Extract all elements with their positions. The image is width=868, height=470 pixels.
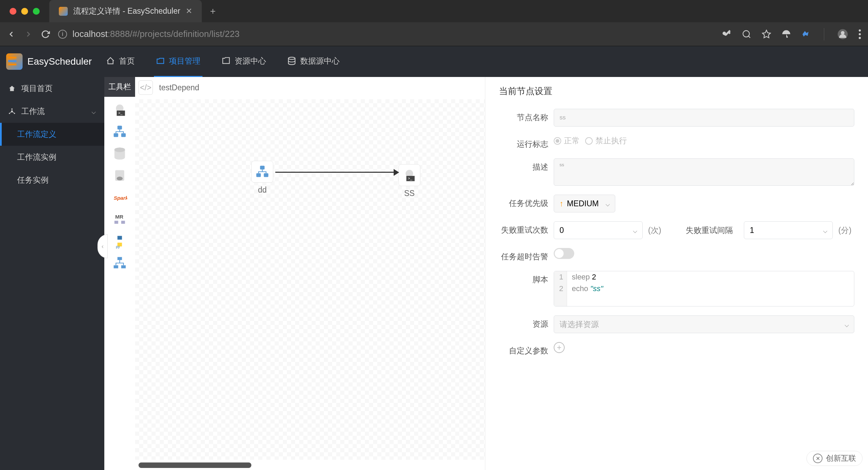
canvas-area: ‹ 工具栏 >_ Spark MR py </> testDepend dd	[104, 77, 485, 470]
svg-point-0	[743, 30, 750, 37]
svg-point-10	[11, 108, 13, 109]
svg-rect-26	[121, 221, 125, 224]
watermark-text: 创新互联	[826, 453, 856, 464]
browser-urlbar: i localhost:8888/#/projects/definition/l…	[0, 22, 868, 46]
zoom-icon[interactable]	[742, 29, 751, 39]
brand-text: EasyScheduler	[27, 56, 92, 67]
sidebar-item-workflow-inst[interactable]: 工作流实例	[0, 146, 104, 169]
svg-text:py: py	[116, 245, 120, 249]
tool-mr[interactable]: MR	[110, 210, 129, 229]
svg-rect-18	[121, 133, 126, 137]
divider	[824, 28, 824, 40]
tool-python[interactable]: py	[110, 232, 129, 251]
svg-rect-33	[264, 173, 268, 177]
label-retry-interval: 失败重试间隔	[686, 225, 738, 236]
arrow-up-icon: ↑	[560, 199, 564, 208]
back-button[interactable]	[7, 30, 16, 39]
priority-value: MEDIUM	[567, 199, 599, 208]
radio-run-forbid[interactable]: 禁止执行	[585, 135, 627, 146]
umbrella-icon[interactable]	[781, 29, 791, 39]
svg-point-20	[115, 147, 125, 152]
nav-datasource-label: 数据源中心	[300, 56, 340, 66]
svg-point-4	[841, 31, 845, 35]
label-timeout: 任务超时告警	[499, 248, 554, 262]
forward-button[interactable]	[24, 30, 33, 39]
nav-home[interactable]: 首页	[104, 46, 137, 77]
tool-shell[interactable]: >_	[110, 100, 129, 119]
horizontal-scrollbar[interactable]	[139, 462, 251, 468]
menu-icon[interactable]	[858, 29, 861, 39]
profile-icon[interactable]	[837, 29, 848, 40]
svg-rect-31	[260, 166, 264, 169]
sidebar-item-label: 工作流定义	[17, 129, 56, 140]
dag-node-ss[interactable]: >_ SS	[398, 164, 420, 198]
key-icon[interactable]	[721, 29, 732, 39]
url-text: localhost:8888/#/projects/definition/lis…	[73, 29, 240, 39]
sidebar-item-label: 工作流	[21, 106, 45, 117]
reload-button[interactable]	[41, 30, 50, 39]
tool-sql[interactable]	[110, 144, 129, 163]
nav-datasource[interactable]: 数据源中心	[285, 46, 342, 77]
sidebar-item-workflow[interactable]: 工作流 ⌵	[0, 100, 104, 123]
sidebar-item-workflow-def[interactable]: 工作流定义	[0, 123, 104, 146]
label-node-name: 节点名称	[499, 109, 554, 123]
dag-node-dd[interactable]: dd	[251, 161, 273, 195]
window-max-dot[interactable]	[33, 8, 40, 15]
sidebar-item-label: 工作流实例	[17, 152, 56, 162]
app-logo[interactable]: EasyScheduler	[6, 53, 104, 70]
tool-depend[interactable]	[110, 253, 129, 273]
timeout-toggle[interactable]	[554, 248, 574, 259]
site-info-icon[interactable]: i	[58, 30, 67, 39]
tool-subprocess[interactable]	[110, 122, 129, 141]
label-desc: 描述	[499, 158, 554, 172]
add-param-button[interactable]: +	[554, 342, 565, 353]
label-run-flag: 运行标志	[499, 135, 554, 149]
dag-edge[interactable]	[275, 172, 395, 173]
arrow-head-icon	[394, 169, 399, 176]
node-settings-panel: 当前节点设置 节点名称 运行标志 正常 禁止执行 描述 ss 任务优先级	[485, 77, 868, 470]
chevron-down-icon: ⌵	[91, 107, 96, 116]
star-icon[interactable]	[762, 29, 771, 39]
new-tab-button[interactable]: +	[202, 6, 224, 17]
watermark-badge: ✕ 创新互联	[806, 451, 863, 466]
tab-close-icon[interactable]: ✕	[186, 6, 192, 16]
macos-titlebar: 流程定义详情 - EasyScheduler ✕ +	[0, 0, 868, 22]
sidebar-item-project-home[interactable]: 项目首页	[0, 77, 104, 100]
sidebar: 项目首页 工作流 ⌵ 工作流定义 工作流实例 任务实例	[0, 77, 104, 470]
code-view-button[interactable]: </>	[139, 80, 153, 95]
priority-select[interactable]: ↑ MEDIUM	[554, 195, 615, 212]
nav-home-label: 首页	[119, 56, 135, 66]
nav-project-label: 项目管理	[169, 56, 200, 66]
svg-rect-16	[117, 126, 122, 129]
window-close-dot[interactable]	[10, 8, 16, 15]
radio-run-normal[interactable]: 正常	[554, 135, 580, 146]
retry-times-select[interactable]: 0	[554, 221, 643, 239]
retry-times-unit: (次)	[648, 225, 661, 236]
svg-point-8	[288, 57, 295, 60]
dag-canvas[interactable]: dd >_ SS	[135, 99, 485, 460]
script-editor[interactable]: 1sleep 2 2echo "ss"	[554, 271, 854, 306]
tool-procedure[interactable]	[110, 166, 129, 185]
label-retry-times: 失败重试次数	[499, 221, 554, 235]
svg-point-22	[117, 177, 123, 180]
node-name-input[interactable]	[554, 109, 854, 127]
retry-interval-select[interactable]: 1	[744, 221, 833, 239]
svg-marker-2	[762, 30, 770, 38]
window-min-dot[interactable]	[21, 8, 28, 15]
svg-text:MR: MR	[115, 214, 123, 220]
retry-interval-unit: (分)	[838, 225, 851, 236]
resources-select[interactable]: 请选择资源	[554, 315, 854, 333]
svg-rect-25	[115, 221, 118, 224]
nav-project[interactable]: 项目管理	[154, 46, 202, 77]
svg-point-6	[859, 33, 861, 35]
label-script: 脚本	[499, 271, 554, 285]
sidebar-item-task-inst[interactable]: 任务实例	[0, 169, 104, 192]
tool-spark[interactable]: Spark	[110, 188, 129, 207]
url-field[interactable]: i localhost:8888/#/projects/definition/l…	[58, 29, 713, 39]
browser-tab[interactable]: 流程定义详情 - EasyScheduler ✕	[49, 0, 202, 22]
desc-textarea[interactable]: ss	[554, 158, 854, 186]
nav-resource[interactable]: 资源中心	[220, 46, 268, 77]
label-resources: 资源	[499, 315, 554, 329]
panel-title: 当前节点设置	[485, 77, 868, 105]
bird-icon[interactable]	[801, 29, 811, 39]
